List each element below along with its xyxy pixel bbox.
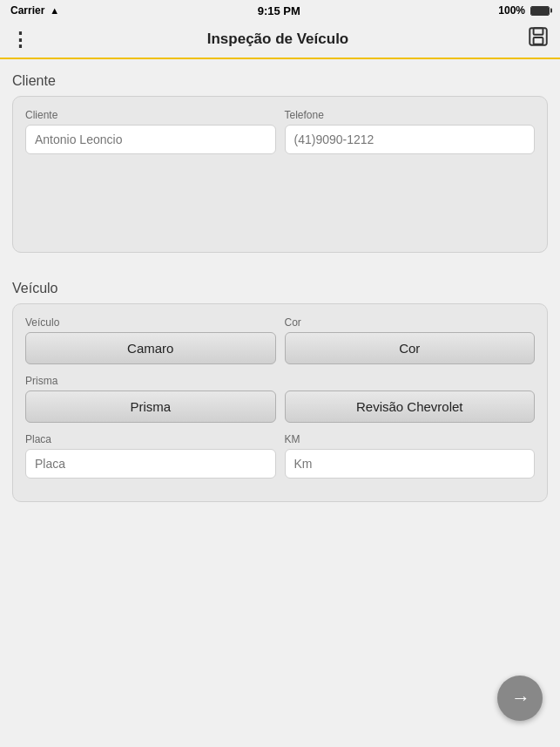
next-button[interactable]: → — [497, 676, 543, 721]
placa-input[interactable] — [25, 449, 276, 479]
km-label: KM — [285, 433, 536, 445]
battery-percent: 100% — [498, 4, 525, 17]
cliente-group: Cliente — [25, 109, 276, 154]
menu-button[interactable]: ⋮ — [10, 26, 29, 52]
client-card: Cliente Telefone — [12, 96, 548, 253]
cliente-input[interactable] — [25, 125, 276, 154]
cor-label: Cor — [285, 316, 536, 329]
veiculo-group: Veículo Camaro — [25, 316, 276, 364]
client-field-row: Cliente Telefone — [25, 109, 535, 154]
veiculo-label: Veículo — [25, 316, 276, 329]
main-content: Cliente Cliente Telefone Veículo Veículo… — [0, 59, 560, 533]
cor-group: Cor Cor — [285, 316, 536, 364]
save-button[interactable] — [527, 25, 550, 53]
km-input[interactable] — [285, 449, 536, 479]
page-title: Inspeção de Veículo — [29, 31, 527, 48]
prisma-group: Prisma Prisma — [25, 375, 276, 423]
svg-rect-1 — [534, 28, 543, 35]
prisma-label: Prisma — [25, 375, 276, 387]
dots-icon: ⋮ — [10, 36, 29, 44]
svg-rect-0 — [530, 28, 547, 45]
telefone-input[interactable] — [285, 125, 536, 154]
veiculo-button[interactable]: Camaro — [25, 332, 276, 364]
next-arrow-icon: → — [511, 687, 530, 710]
cor-button[interactable]: Cor — [285, 332, 536, 364]
revisao-button[interactable]: Revisão Chevrolet — [285, 390, 536, 423]
cliente-label: Cliente — [25, 109, 276, 121]
nav-bar: ⋮ Inspeção de Veículo — [0, 21, 560, 59]
wifi-icon: ▲ — [50, 5, 59, 16]
client-section-label: Cliente — [12, 73, 548, 89]
vehicle-section-label: Veículo — [12, 281, 548, 296]
revisao-group: Revisão Chevrolet — [285, 375, 536, 423]
prisma-button[interactable]: Prisma — [25, 390, 276, 423]
status-bar: Carrier ▲ 9:15 PM 100% — [0, 0, 560, 21]
status-battery-area: 100% — [498, 4, 550, 17]
placa-label: Placa — [25, 433, 276, 445]
status-carrier: Carrier ▲ — [10, 4, 59, 17]
telefone-group: Telefone — [285, 109, 536, 154]
status-time: 9:15 PM — [258, 4, 300, 17]
placa-group: Placa — [25, 433, 276, 479]
veiculo-cor-row: Veículo Camaro Cor Cor — [25, 316, 535, 364]
revisao-label — [285, 375, 536, 387]
svg-rect-2 — [534, 37, 543, 44]
telefone-label: Telefone — [285, 109, 536, 121]
carrier-text: Carrier — [10, 4, 44, 17]
km-group: KM — [285, 433, 536, 479]
placa-km-row: Placa KM — [25, 433, 535, 479]
vehicle-card: Veículo Camaro Cor Cor Prisma Prisma Rev… — [12, 303, 548, 502]
battery-icon — [530, 6, 550, 16]
prisma-revisao-row: Prisma Prisma Revisão Chevrolet — [25, 375, 535, 423]
